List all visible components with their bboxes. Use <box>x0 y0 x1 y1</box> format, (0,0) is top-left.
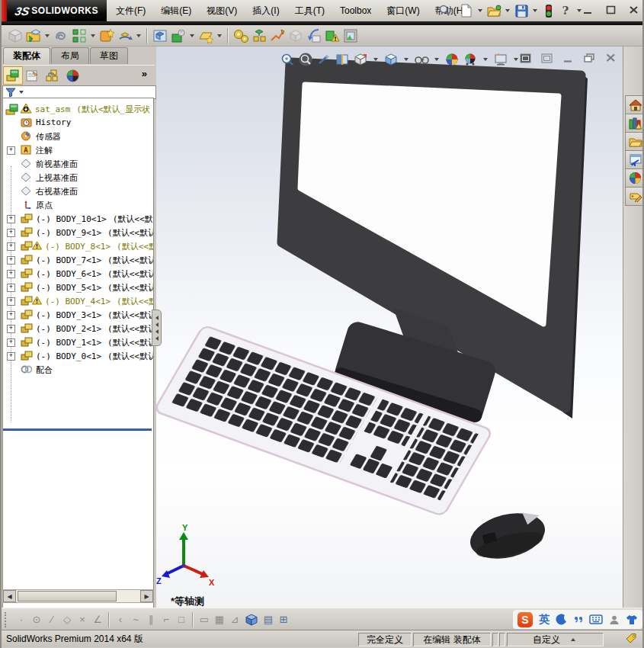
display-style-dropdown-icon[interactable] <box>404 58 409 61</box>
document-close-icon[interactable] <box>604 53 617 63</box>
appearances-scenes-icon[interactable] <box>625 168 644 188</box>
expand-icon[interactable]: + <box>7 256 15 265</box>
expand-icon[interactable]: + <box>7 215 15 223</box>
menu-view[interactable]: 视图(V) <box>199 2 245 19</box>
mouse-component[interactable] <box>466 506 550 566</box>
tree-item-annotations[interactable]: + A 注解 <box>3 143 153 157</box>
tab-assembly[interactable]: 装配体 <box>3 47 50 64</box>
zoom-to-area-icon[interactable] <box>298 52 313 67</box>
table-icon[interactable]: ⊞ <box>276 614 291 625</box>
edit-appearance-icon[interactable] <box>444 52 460 67</box>
file-explorer-icon[interactable] <box>625 132 644 151</box>
zoom-to-fit-icon[interactable] <box>280 52 295 67</box>
tree-item-body-9[interactable]: + (-) BODY_9<1>(默认<<默认 <box>3 226 153 239</box>
polygon-icon[interactable]: ◇ <box>59 614 75 625</box>
new-motion-study-icon[interactable] <box>232 27 250 45</box>
expand-icon[interactable]: + <box>7 338 15 347</box>
tree-horizontal-scrollbar[interactable]: ◀ ▶ <box>2 589 154 603</box>
scroll-right-icon[interactable]: ▶ <box>140 590 153 602</box>
rollback-bar[interactable] <box>3 428 152 431</box>
document-restore-icon[interactable] <box>583 53 595 63</box>
insert-components-dropdown-icon[interactable] <box>45 34 50 37</box>
grid-icon[interactable]: ▦ <box>212 614 227 625</box>
help-icon[interactable]: ? <box>558 3 573 18</box>
view-orientation-dropdown-icon[interactable] <box>373 58 378 61</box>
rebuild-traffic-light-icon[interactable] <box>541 3 556 18</box>
expand-icon[interactable]: + <box>7 297 15 306</box>
linear-component-pattern-dropdown-icon[interactable] <box>91 34 95 37</box>
tree-item-body-0[interactable]: + (-) BODY_0<1>(默认<<默认 <box>3 349 153 363</box>
move-component-dropdown-icon[interactable] <box>136 34 141 37</box>
parallel-relation-icon[interactable]: ∥ <box>143 614 159 625</box>
ime-punctuation-icon[interactable] <box>574 614 583 625</box>
menu-tools[interactable]: 工具(T) <box>287 2 332 19</box>
take-snapshot-icon[interactable] <box>341 27 360 45</box>
tree-item-body-8[interactable]: + (-) BODY_8<1>(默认<<默 <box>3 239 153 253</box>
configurationmanager-icon[interactable] <box>43 66 62 85</box>
tree-item-mates[interactable]: 配合 <box>3 363 153 377</box>
view-settings-icon[interactable] <box>493 52 508 67</box>
restore-button[interactable] <box>603 3 618 17</box>
minimize-button[interactable] <box>580 3 595 17</box>
tree-item-top-plane[interactable]: 上视基准面 <box>3 171 153 184</box>
view-settings-dropdown-icon[interactable] <box>514 58 518 61</box>
featuremanager-tree-icon[interactable] <box>3 66 23 85</box>
select-box-icon[interactable]: □ <box>174 614 189 625</box>
new-document-icon[interactable] <box>459 3 474 18</box>
tree-item-body-6[interactable]: + (-) BODY_6<1>(默认<<默认 <box>3 267 153 281</box>
close-button[interactable] <box>626 3 641 17</box>
tree-item-root[interactable]: sat_asm(默认<默认_显示状 <box>3 102 153 116</box>
assembly-features-dropdown-icon[interactable] <box>190 34 194 37</box>
line-icon[interactable]: ∕ <box>44 614 59 625</box>
spline-icon[interactable]: ~ <box>128 614 143 625</box>
search-icon[interactable] <box>437 4 453 18</box>
magnified-selection-icon[interactable] <box>316 52 332 67</box>
hide-show-items-dropdown-icon[interactable] <box>434 58 439 61</box>
scrollbar-thumb[interactable] <box>18 591 117 601</box>
tangent-arc-icon[interactable]: ‹ <box>113 614 128 625</box>
custom-toolbar-cell[interactable]: 自定义 <box>507 633 604 646</box>
ime-fullwidth-moon-icon[interactable] <box>556 614 568 626</box>
toolbar-grip[interactable] <box>5 612 9 627</box>
trim-entities-icon[interactable]: × <box>75 614 90 625</box>
pane-toggle-left-icon[interactable] <box>519 53 531 63</box>
linear-component-pattern-icon[interactable] <box>70 27 88 45</box>
custom-properties-icon[interactable] <box>625 187 644 206</box>
propertymanager-icon[interactable] <box>23 66 43 85</box>
scroll-left-icon[interactable]: ◀ <box>3 590 16 602</box>
tag-icon[interactable] <box>625 633 638 644</box>
display-style-icon[interactable] <box>383 52 399 67</box>
menu-window[interactable]: 窗口(W) <box>379 2 427 19</box>
ime-language-toggle[interactable]: 英 <box>539 613 549 627</box>
expand-icon[interactable]: + <box>7 325 15 333</box>
menu-toolbox[interactable]: Toolbox <box>332 2 379 19</box>
ime-profile-icon[interactable] <box>609 614 620 625</box>
measure-icon[interactable]: ⊿ <box>227 614 242 625</box>
show-hidden-components-icon[interactable] <box>151 27 169 45</box>
exploded-view-icon[interactable] <box>250 27 268 45</box>
preview-window-icon[interactable]: ▤ <box>261 614 276 625</box>
tab-sketch[interactable]: 草图 <box>90 47 128 64</box>
expand-icon[interactable]: + <box>7 242 15 251</box>
hide-show-items-icon[interactable] <box>414 52 429 67</box>
view-palette-icon[interactable] <box>625 150 644 169</box>
reference-geometry-dropdown-icon[interactable] <box>217 34 222 37</box>
interference-detection-icon[interactable] <box>287 27 305 45</box>
solidworks-resources-icon[interactable] <box>625 95 644 114</box>
displaymanager-icon[interactable] <box>62 66 82 85</box>
expand-icon[interactable]: + <box>7 284 15 292</box>
mate-icon[interactable] <box>52 27 70 45</box>
open-document-icon[interactable] <box>486 3 501 18</box>
section-view-icon[interactable] <box>335 52 350 67</box>
smart-fasteners-icon[interactable] <box>98 27 116 45</box>
circle-icon[interactable]: ⊙ <box>29 614 44 625</box>
panel-splitter-handle[interactable] <box>152 310 162 346</box>
tree-item-body-1[interactable]: + (-) BODY_1<1>(默认<<默认 <box>3 335 153 349</box>
tab-layout[interactable]: 布局 <box>51 47 89 64</box>
panel-overflow-chevrons[interactable]: » <box>142 68 147 79</box>
move-component-icon[interactable] <box>116 27 134 45</box>
apply-scene-icon[interactable] <box>463 52 478 67</box>
insert-components-icon[interactable] <box>24 27 43 45</box>
tree-item-history[interactable]: History <box>3 116 153 130</box>
edit-component-icon[interactable] <box>6 27 24 45</box>
